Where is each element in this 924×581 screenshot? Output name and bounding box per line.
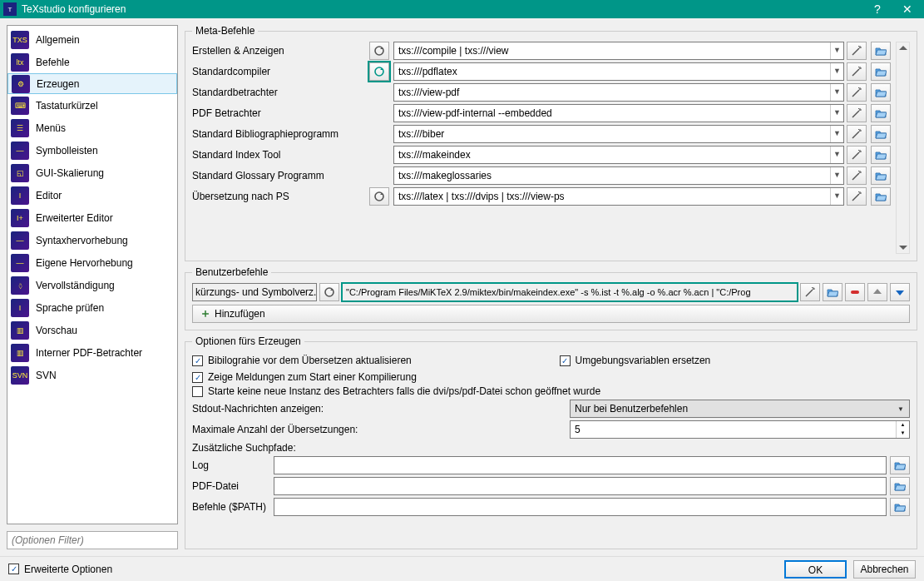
dialog-footer: ✓Erweiterte Optionen OK Abbrechen — [0, 556, 924, 581]
cmd-path-input[interactable] — [274, 498, 887, 516]
meta-commands-group: Meta-Befehle Erstellen & Anzeigentxs:///… — [185, 25, 917, 261]
sidebar-item-svn[interactable]: SVNSVN — [7, 364, 177, 386]
meta-command-combo[interactable]: txs:///latex | txs:///dvips | txs:///vie… — [393, 187, 844, 206]
meta-wizard-button[interactable] — [847, 62, 867, 81]
help-button[interactable]: ? — [862, 0, 892, 18]
category-icon: TXS — [11, 31, 29, 49]
category-icon: — — [11, 231, 29, 250]
meta-wizard-button[interactable] — [847, 187, 867, 206]
meta-browse-button[interactable] — [871, 166, 891, 185]
user-command-input[interactable]: "C:/Program Files/MiKTeX 2.9/miktex/bin/… — [342, 283, 798, 301]
sidebar-item-erzeugen[interactable]: ⚙Erzeugen — [7, 73, 177, 94]
titlebar: T TeXstudio konfigurieren ? ✕ — [0, 0, 924, 18]
category-icon: ☰ — [11, 119, 29, 137]
sidebar-item-vervollständigung[interactable]: ⎀Vervollständigung — [7, 274, 177, 296]
meta-browse-button[interactable] — [871, 146, 891, 164]
category-icon: ▥ — [11, 321, 29, 340]
category-icon: I — [11, 299, 29, 317]
meta-label: Standard Bibliographieprogramm — [192, 128, 367, 140]
user-rerun-button[interactable] — [319, 283, 339, 301]
chk-advanced-options[interactable]: ✓Erweiterte Optionen — [8, 564, 112, 575]
options-legend: Optionen fürs Erzeugen — [192, 335, 304, 347]
category-icon: SVN — [11, 366, 29, 385]
sidebar-item-erweiterter-editor[interactable]: I+Erweiterter Editor — [7, 206, 177, 229]
meta-row: Standardcompilertxs:///pdflatex▼ — [192, 62, 892, 81]
meta-browse-button[interactable] — [871, 62, 891, 81]
meta-row: PDF Betrachtertxs:///view-pdf-internal -… — [192, 104, 892, 122]
sidebar-item-symbolleisten[interactable]: —Symbolleisten — [7, 139, 177, 161]
meta-browse-button[interactable] — [871, 104, 891, 122]
pdf-browse-button[interactable] — [890, 477, 910, 495]
chk-replace-env[interactable]: ✓Umgebungsvariablen ersetzen — [560, 355, 911, 366]
category-list: TXSAllgemeinltxBefehle⚙Erzeugen⌨Tastatur… — [7, 25, 178, 524]
user-remove-button[interactable] — [845, 283, 865, 301]
chk-show-messages[interactable]: ✓Zeige Meldungen zum Start einer Kompili… — [192, 371, 910, 383]
user-movedown-button[interactable] — [890, 283, 910, 301]
category-icon: I+ — [11, 209, 29, 227]
build-options-group: Optionen fürs Erzeugen ✓Bibilograhie vor… — [185, 335, 917, 549]
log-browse-button[interactable] — [890, 456, 910, 474]
chk-no-new-instance[interactable]: Starte keine neue Instanz des Betrachter… — [192, 385, 910, 397]
meta-command-combo[interactable]: txs:///biber▼ — [393, 125, 844, 143]
meta-label: Standard Glossary Programm — [192, 170, 367, 181]
user-wizard-button[interactable] — [800, 283, 820, 301]
meta-browse-button[interactable] — [871, 42, 891, 60]
sidebar-item-gui-skalierung[interactable]: ◱GUI-Skalierung — [7, 161, 177, 184]
user-moveup-button[interactable] — [867, 283, 887, 301]
meta-wizard-button[interactable] — [847, 42, 867, 60]
category-icon: ◱ — [11, 164, 29, 182]
meta-wizard-button[interactable] — [847, 104, 867, 122]
meta-wizard-button[interactable] — [847, 166, 867, 185]
meta-browse-button[interactable] — [871, 125, 891, 143]
cmd-browse-button[interactable] — [890, 498, 910, 516]
pdf-path-input[interactable] — [274, 477, 887, 495]
meta-browse-button[interactable] — [871, 83, 891, 102]
chk-update-biblio[interactable]: ✓Bibilograhie vor dem Übersetzen aktuali… — [192, 355, 543, 366]
stdout-select[interactable]: Nur bei Benutzerbefehlen — [570, 400, 910, 418]
category-icon: ⌨ — [11, 97, 29, 115]
sidebar-item-interner-pdf-betrachter[interactable]: ▥Interner PDF-Betrachter — [7, 341, 177, 364]
meta-command-combo[interactable]: txs:///makeindex▼ — [393, 146, 844, 164]
sidebar-item-sprache-prüfen[interactable]: ISprache prüfen — [7, 296, 177, 319]
meta-wizard-button[interactable] — [847, 125, 867, 143]
add-user-command-button[interactable]: ＋ Hinzufügen — [192, 305, 910, 323]
meta-label: Übersetzung nach PS — [192, 191, 367, 202]
meta-command-combo[interactable]: txs:///pdflatex▼ — [393, 62, 844, 81]
meta-row: Standard Index Tooltxs:///makeindex▼ — [192, 146, 892, 164]
meta-wizard-button[interactable] — [847, 146, 867, 164]
close-button[interactable]: ✕ — [892, 0, 922, 18]
sidebar-item-editor[interactable]: IEditor — [7, 184, 177, 206]
rerun-button[interactable] — [369, 42, 389, 60]
sidebar-item-eigene-hervorhebung[interactable]: —Eigene Hervorhebung — [7, 251, 177, 274]
meta-command-combo[interactable]: txs:///makeglossaries▼ — [393, 166, 844, 185]
meta-scrollbar[interactable] — [896, 42, 910, 254]
sidebar-item-vorschau[interactable]: ▥Vorschau — [7, 319, 177, 341]
meta-legend: Meta-Befehle — [192, 25, 258, 37]
meta-browse-button[interactable] — [871, 187, 891, 206]
sidebar-item-syntaxhervorhebung[interactable]: —Syntaxhervorhebung — [7, 229, 177, 251]
meta-command-combo[interactable]: txs:///view-pdf▼ — [393, 83, 844, 102]
sidebar-item-allgemein[interactable]: TXSAllgemein — [7, 28, 177, 51]
sidebar-item-befehle[interactable]: ltxBefehle — [7, 51, 177, 73]
category-icon: — — [11, 142, 29, 160]
meta-command-combo[interactable]: txs:///view-pdf-internal --embedded▼ — [393, 104, 844, 122]
meta-wizard-button[interactable] — [847, 83, 867, 102]
app-icon: T — [3, 2, 17, 16]
maxcomp-spinner[interactable]: 5 ▲▼ — [570, 420, 910, 439]
meta-row: Standard Bibliographieprogrammtxs:///bib… — [192, 125, 892, 143]
cancel-button[interactable]: Abbrechen — [853, 560, 916, 579]
meta-command-combo[interactable]: txs:///compile | txs:///view▼ — [393, 42, 844, 60]
stdout-label: Stdout-Nachrichten anzeigen: — [192, 403, 566, 415]
sidebar-item-tastaturkürzel[interactable]: ⌨Tastaturkürzel — [7, 94, 177, 117]
log-path-input[interactable] — [274, 456, 887, 474]
options-filter-input[interactable] — [7, 531, 178, 549]
meta-label: Standard Index Tool — [192, 149, 367, 161]
meta-row: Standardbetrachtertxs:///view-pdf▼ — [192, 83, 892, 102]
user-browse-button[interactable] — [823, 283, 842, 301]
rerun-button[interactable] — [369, 62, 389, 81]
sidebar-item-menüs[interactable]: ☰Menüs — [7, 117, 177, 139]
user-command-name-input[interactable]: kürzungs- und Symbolverz. — [192, 283, 317, 301]
ok-button[interactable]: OK — [784, 560, 847, 579]
paths-label: Zusätzliche Suchpfade: — [192, 442, 910, 454]
rerun-button[interactable] — [369, 187, 389, 206]
